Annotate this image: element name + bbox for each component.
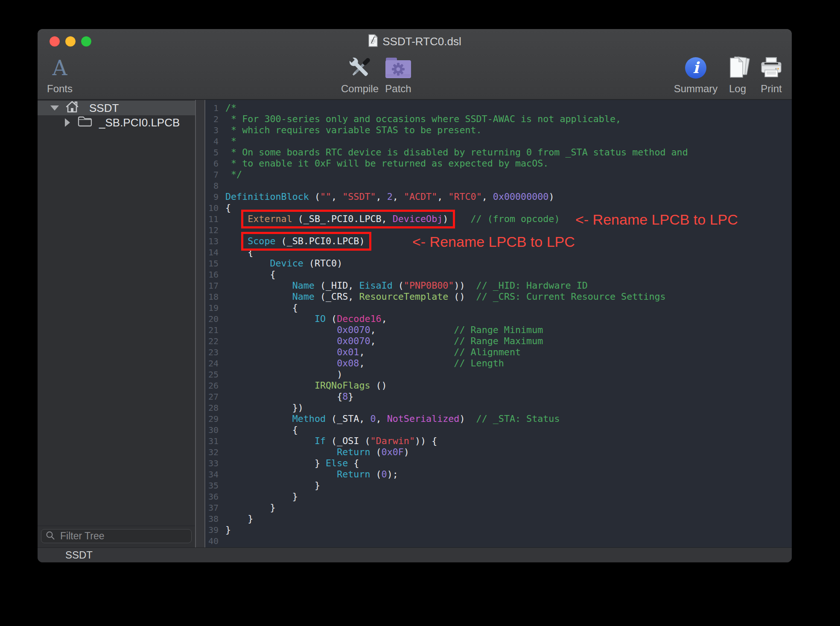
disclosure-down-icon[interactable]: [50, 105, 59, 111]
line-number: 16: [205, 269, 219, 280]
code-text: If (_OSI ("Darwin")) {: [219, 436, 437, 447]
code-line[interactable]: 25 ): [205, 369, 792, 380]
code-line[interactable]: 2 * For 300-series only and occasions wh…: [205, 114, 792, 125]
serif-a-icon: A: [52, 58, 67, 78]
code-line[interactable]: 27 {8}: [205, 391, 792, 402]
patch-button[interactable]: Patch: [368, 54, 428, 95]
code-text: IRQNoFlags (): [219, 380, 387, 391]
disclosure-right-icon[interactable]: [65, 118, 70, 127]
code-text: Return (0x0F): [219, 447, 409, 458]
code-text: Return (0);: [219, 469, 398, 480]
line-number: 5: [205, 147, 219, 158]
line-number: 25: [205, 369, 219, 380]
code-line[interactable]: 20 IO (Decode16,: [205, 313, 792, 325]
code-line[interactable]: 6 * to enable it 0xF will be returned as…: [205, 158, 792, 169]
maciasl-window: SSDT-RTC0.dsl A Fonts: [38, 29, 792, 562]
filter-zone: [38, 526, 195, 548]
code-editor[interactable]: 1/*2 * For 300-series only and occasions…: [205, 100, 792, 548]
code-line[interactable]: 40: [205, 535, 792, 547]
sidebar-item-label: _SB.PCI0.LPCB: [99, 116, 180, 129]
code-line[interactable]: 30 {: [205, 424, 792, 436]
filter-field: [41, 529, 192, 543]
code-text: * to enable it 0xF will be returned as e…: [219, 158, 548, 169]
line-number: 11: [205, 214, 219, 225]
code-line[interactable]: 16 {: [205, 269, 792, 280]
line-number: 26: [205, 380, 219, 391]
folder-icon: [78, 115, 92, 130]
code-line[interactable]: 4 *: [205, 136, 792, 147]
code-line[interactable]: 3 * which requires variable STAS to be p…: [205, 125, 792, 136]
code-line[interactable]: 18 Name (_CRS, ResourceTemplate () // _C…: [205, 291, 792, 302]
line-number: 34: [205, 469, 219, 480]
code-line[interactable]: 9DefinitionBlock ("", "SSDT", 2, "ACDT",…: [205, 191, 792, 202]
line-number: 29: [205, 413, 219, 424]
code-line[interactable]: 1/*: [205, 102, 792, 114]
code-text: [219, 225, 225, 236]
code-text: 0x0070, // Range Maximum: [219, 336, 543, 347]
line-number: 10: [205, 202, 219, 214]
code-line[interactable]: 28 }): [205, 402, 792, 413]
code-line[interactable]: 32 Return (0x0F): [205, 447, 792, 458]
code-text: Name (_CRS, ResourceTemplate () // _CRS:…: [219, 291, 666, 302]
code-text: * which requires variable STAS to be pre…: [219, 125, 482, 136]
code-text: Scope (_SB.PCI0.LPCB): [219, 236, 365, 247]
code-text: Name (_HID, EisaId ("PNP0B00")) // _HID:…: [219, 280, 588, 291]
code-text: 0x08, // Length: [219, 358, 504, 369]
code-text: }: [219, 524, 231, 535]
folder-gear-icon: [385, 54, 411, 82]
code-line[interactable]: 19 {: [205, 302, 792, 313]
house-icon: [65, 100, 79, 116]
code-line[interactable]: 29 Method (_STA, 0, NotSerialized) // _S…: [205, 413, 792, 424]
code-line[interactable]: 17 Name (_HID, EisaId ("PNP0B00")) // _H…: [205, 280, 792, 291]
line-number: 24: [205, 358, 219, 369]
code-lines: 1/*2 * For 300-series only and occasions…: [205, 102, 792, 547]
code-text: }): [219, 402, 303, 413]
code-line[interactable]: 36 }: [205, 491, 792, 502]
code-line[interactable]: 33 } Else {: [205, 458, 792, 469]
sidebar-item-sb-pci0-lpcb[interactable]: _SB.PCI0.LPCB: [38, 115, 195, 130]
code-line[interactable]: 21 0x0070, // Range Minimum: [205, 325, 792, 336]
code-line[interactable]: 22 0x0070, // Range Maximum: [205, 336, 792, 347]
print-button[interactable]: Print: [741, 54, 792, 95]
code-line[interactable]: 8: [205, 180, 792, 191]
line-number: 8: [205, 180, 219, 191]
line-number: 39: [205, 524, 219, 535]
code-line[interactable]: 5 * On some boards RTC device is disable…: [205, 147, 792, 158]
code-line[interactable]: 39}: [205, 524, 792, 535]
line-number: 21: [205, 325, 219, 336]
code-text: ): [219, 369, 342, 380]
code-line[interactable]: 7 */: [205, 169, 792, 180]
code-text: {: [219, 424, 298, 436]
line-number: 15: [205, 258, 219, 269]
line-number: 13: [205, 236, 219, 247]
code-text: }: [219, 491, 298, 502]
code-text: */: [219, 169, 242, 180]
code-line[interactable]: 26 IRQNoFlags (): [205, 380, 792, 391]
code-line[interactable]: 35 }: [205, 480, 792, 491]
patch-label: Patch: [385, 83, 411, 95]
line-number: 37: [205, 502, 219, 513]
line-number: 2: [205, 114, 219, 125]
code-line[interactable]: 38 }: [205, 513, 792, 524]
splitview-divider[interactable]: [195, 100, 205, 548]
toolbar: A Fonts: [38, 54, 792, 99]
statusbar: SSDT: [38, 547, 792, 562]
code-line[interactable]: 31 If (_OSI ("Darwin")) {: [205, 436, 792, 447]
code-line[interactable]: 24 0x08, // Length: [205, 358, 792, 369]
sidebar: SSDT _SB.PCI0.LPCB: [38, 100, 195, 548]
code-line[interactable]: 23 0x01, // Alignment: [205, 347, 792, 358]
line-number: 40: [205, 535, 219, 547]
code-text: /*: [219, 102, 236, 114]
ssdt-tree: SSDT _SB.PCI0.LPCB: [38, 100, 195, 526]
fonts-button[interactable]: A Fonts: [38, 54, 90, 95]
filter-tree-input[interactable]: [59, 530, 187, 542]
code-line[interactable]: 34 Return (0);: [205, 469, 792, 480]
code-line[interactable]: 15 Device (RTC0): [205, 258, 792, 269]
sidebar-item-ssdt[interactable]: SSDT: [38, 101, 195, 115]
statusbar-table-name: SSDT: [65, 549, 93, 561]
printer-icon: [759, 54, 783, 82]
code-line[interactable]: 37 }: [205, 502, 792, 513]
line-number: 36: [205, 491, 219, 502]
line-number: 22: [205, 336, 219, 347]
code-text: *: [219, 136, 236, 147]
